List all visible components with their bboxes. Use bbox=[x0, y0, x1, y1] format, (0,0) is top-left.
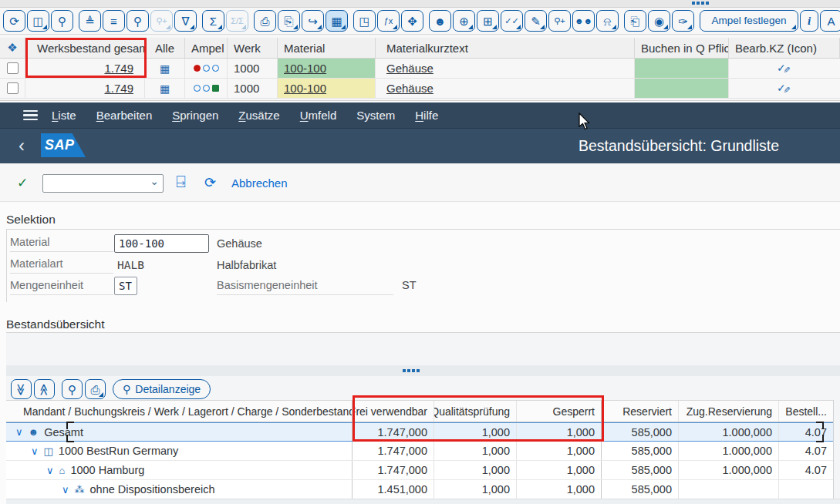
panel-bottom-band bbox=[6, 499, 840, 504]
row1-detail-display-icon[interactable]: ▦ bbox=[160, 62, 170, 75]
tree-col-hierarchy: Mandant / Buchungskreis / Werk / Lageror… bbox=[6, 401, 353, 422]
tree-row-hamburg[interactable]: ∨ ⌂ 1000 Hamburg 1.747,000 1,000 1,000 5… bbox=[6, 461, 833, 480]
search-icon: ⚲ bbox=[68, 384, 76, 395]
tree-row-bestrun[interactable]: ∨ ◫ 1000 BestRun Germany 1.747,000 1,000… bbox=[6, 442, 833, 461]
command-combobox[interactable]: ⌄ bbox=[42, 174, 164, 193]
navigate-button[interactable]: ✥ bbox=[401, 10, 423, 32]
toolbar-drag-handle[interactable] bbox=[692, 2, 709, 5]
select-all-icon[interactable]: ❖ bbox=[7, 41, 17, 55]
row1-change-indicator-icon[interactable]: ✓✎ bbox=[777, 62, 792, 76]
sort-descending-button[interactable]: ≡ bbox=[103, 10, 125, 32]
print-button[interactable]: ⎙ bbox=[254, 10, 276, 32]
printer-icon: ⎙ bbox=[90, 384, 100, 395]
filter-button[interactable]: ∇ bbox=[174, 10, 197, 32]
row2-checkbox[interactable] bbox=[7, 82, 19, 94]
detailanzeige-button[interactable]: ⚲ Detailanzeige bbox=[113, 379, 211, 399]
ampel-festlegen-button[interactable]: Ampel festlegen bbox=[700, 10, 798, 32]
row1-kurztext-link[interactable]: Gehäuse bbox=[386, 62, 433, 75]
subtotal-button[interactable]: Σ/Σ bbox=[226, 10, 248, 32]
row2-change-indicator-icon[interactable]: ✓✎ bbox=[777, 82, 792, 96]
row2-kurztext-link[interactable]: Gehäuse bbox=[386, 82, 433, 95]
row1-werksbestand-link[interactable]: 1.749 bbox=[104, 62, 133, 75]
cell-zug: 1.000,000 bbox=[679, 423, 779, 441]
row1-buchen-cell bbox=[635, 59, 729, 78]
mass-change-button[interactable]: ✎ bbox=[525, 10, 547, 32]
menu-hilfe[interactable]: Hilfe bbox=[415, 109, 438, 122]
menu-umfeld[interactable]: Umfeld bbox=[300, 109, 337, 122]
sap-logo: SAP bbox=[41, 133, 86, 157]
print-preview-button[interactable]: ⎘ bbox=[278, 10, 300, 32]
edit-document-button[interactable]: ⎗ bbox=[624, 10, 646, 32]
menu-system[interactable]: System bbox=[356, 109, 395, 122]
alert-button[interactable]: ⍾ bbox=[596, 10, 619, 32]
row1-checkbox[interactable] bbox=[7, 62, 19, 74]
exit-icon[interactable]: ⍈ bbox=[176, 173, 186, 191]
expander-icon[interactable]: ∨ bbox=[62, 484, 69, 496]
confirm-all-button[interactable]: ✓✓ bbox=[501, 10, 523, 32]
col-header-material: Material bbox=[278, 38, 376, 58]
expander-icon[interactable]: ∨ bbox=[15, 426, 23, 438]
search-button[interactable]: ⚲ bbox=[62, 379, 83, 399]
export-button[interactable]: ↪ bbox=[302, 10, 324, 32]
sap-stock-overview-screen: ⟳ ◫ ⚲ ≜ ≡ ⚲ ⚲+ ∇ Σ Σ/Σ ⎙ ⎘ ↪ ▦ ◳ ƒx ✥ ☻ bbox=[0, 0, 840, 504]
mengeneinheit-field[interactable] bbox=[114, 277, 137, 295]
row2-detail-display-icon[interactable]: ▦ bbox=[160, 82, 170, 95]
recycle-button[interactable]: ◉ bbox=[648, 10, 670, 32]
info-button[interactable]: i bbox=[800, 10, 818, 32]
clipped-button[interactable]: A bbox=[820, 10, 840, 32]
expander-icon[interactable]: ∨ bbox=[46, 465, 54, 476]
choose-layout-button[interactable]: ▦ bbox=[326, 10, 348, 32]
edit-table-icon: ✑ bbox=[678, 15, 688, 27]
toolbar-group-edit: ⎗ ◉ ✑ bbox=[624, 10, 694, 32]
sort-ascending-button[interactable]: ≜ bbox=[79, 10, 101, 32]
chevron-down-icon[interactable]: ⌄ bbox=[150, 175, 159, 187]
ampel-green-light bbox=[212, 65, 219, 72]
menu-liste[interactable]: Liste bbox=[52, 109, 76, 122]
formula-button[interactable]: ƒx bbox=[377, 10, 400, 32]
display-object-button[interactable]: ⚲ bbox=[51, 10, 73, 32]
cell-qualitaet: 1,000 bbox=[434, 442, 517, 460]
material-description: Gehäuse bbox=[217, 237, 262, 250]
refresh-session-icon[interactable]: ⟳ bbox=[204, 174, 216, 191]
create-button[interactable]: ⊕ bbox=[453, 10, 475, 32]
hamburger-menu-icon[interactable] bbox=[23, 108, 38, 123]
insert-entry-button[interactable]: ⊞ bbox=[477, 10, 499, 32]
formula-icon: ƒx bbox=[384, 17, 393, 25]
menu-bearbeiten[interactable]: Bearbeiten bbox=[96, 109, 153, 122]
find-next-button[interactable]: ⚲+ bbox=[150, 10, 173, 32]
splitter-bar[interactable] bbox=[6, 365, 840, 376]
refresh-button[interactable]: ⟳ bbox=[3, 10, 25, 32]
find-button[interactable]: ⚲ bbox=[127, 10, 149, 32]
row1-material-link[interactable]: 100-100 bbox=[284, 62, 326, 75]
edit-table-button[interactable]: ✑ bbox=[672, 10, 694, 32]
graphic-button[interactable]: ◳ bbox=[353, 10, 376, 32]
collapse-all-icon: ≪ bbox=[39, 383, 50, 395]
sum-icon: Σ bbox=[210, 15, 217, 27]
row2-werk: 1000 bbox=[228, 79, 278, 98]
user-data-button[interactable]: ☻ bbox=[429, 10, 451, 32]
ok-check-icon[interactable]: ✓ bbox=[17, 175, 28, 191]
expand-all-button[interactable]: ≫ bbox=[11, 379, 32, 399]
back-icon[interactable]: ‹ bbox=[19, 136, 25, 155]
ampel-red-light bbox=[194, 65, 201, 72]
menu-springen[interactable]: Springen bbox=[172, 109, 218, 122]
cell-gesperrt: 1,000 bbox=[517, 461, 602, 479]
zoom-in-button[interactable]: ⚲+ bbox=[548, 10, 571, 32]
tree-row-ohne-dispositionsbereich[interactable]: ∨ ⁂ ohne Dispositionsbereich 1.451,000 1… bbox=[6, 480, 833, 499]
users-button[interactable]: ☻☻ bbox=[572, 10, 595, 32]
collapse-all-button[interactable]: ≪ bbox=[34, 379, 55, 399]
row2-material-link[interactable]: 100-100 bbox=[284, 82, 326, 95]
command-input[interactable] bbox=[45, 176, 147, 193]
print-list-button[interactable]: ⎙ bbox=[85, 379, 106, 399]
menu-zusaetze[interactable]: Zusätze bbox=[238, 109, 279, 122]
tree-row-gesamt[interactable]: ∨ ☻ Gesamt 1.747,000 1,000 1,000 585,000… bbox=[6, 422, 833, 442]
choose-detail-button[interactable]: ◫ bbox=[27, 10, 49, 32]
abbrechen-link[interactable]: Abbrechen bbox=[231, 176, 288, 190]
material-field[interactable] bbox=[114, 234, 209, 253]
splitter-drag-handle[interactable] bbox=[403, 369, 420, 372]
sum-button[interactable]: Σ bbox=[202, 10, 224, 32]
expander-icon[interactable]: ∨ bbox=[31, 445, 39, 457]
material-list-table: ❖ Werksbestand gesamt Alle Ampel Werk Ma… bbox=[0, 35, 840, 101]
print-icon: ⎙ bbox=[260, 15, 269, 27]
row2-werksbestand-link[interactable]: 1.749 bbox=[104, 82, 133, 95]
